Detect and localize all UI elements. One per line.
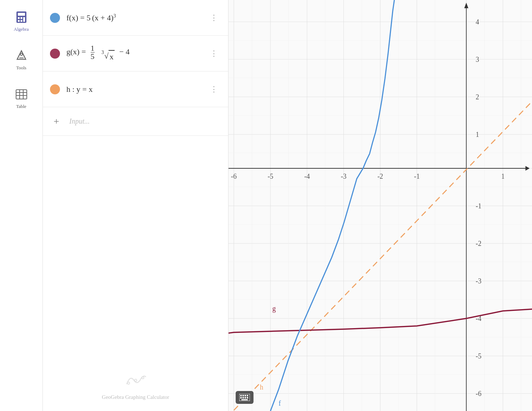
svg-text:-5: -5 <box>476 352 481 360</box>
svg-rect-5 <box>18 20 20 22</box>
svg-rect-84 <box>240 397 242 398</box>
svg-rect-2 <box>18 17 20 19</box>
formula-f[interactable]: f(x) = 5 (x + 4)3 <box>66 12 201 24</box>
expression-input-row[interactable]: + Input... <box>43 107 228 136</box>
color-dot-g[interactable] <box>50 49 60 59</box>
algebra-label: Algebra <box>14 26 29 32</box>
table-icon <box>14 87 29 101</box>
svg-rect-6 <box>20 20 22 22</box>
svg-text:1: 1 <box>501 172 505 180</box>
svg-rect-82 <box>245 395 246 396</box>
graph-canvas: /* generated below */ <box>229 0 532 411</box>
svg-point-18 <box>142 377 144 379</box>
graph-area[interactable]: /* generated below */ <box>229 0 532 411</box>
label-f: f <box>278 399 281 407</box>
svg-point-9 <box>20 53 22 55</box>
svg-rect-11 <box>16 90 27 99</box>
branding: GeoGebra Graphing Calculator <box>43 357 228 411</box>
svg-text:4: 4 <box>476 18 479 26</box>
sidebar-item-tools[interactable]: Tools <box>10 46 33 74</box>
svg-text:-3: -3 <box>476 277 481 285</box>
svg-rect-80 <box>240 395 242 396</box>
svg-rect-1 <box>18 13 25 16</box>
sidebar-item-table[interactable]: Table <box>10 84 33 112</box>
expression-row-h: h : y = x ⋮ <box>43 71 228 107</box>
sidebar: Algebra Tools Table <box>0 0 43 411</box>
color-dot-h[interactable] <box>50 84 60 94</box>
svg-rect-87 <box>247 397 248 398</box>
algebra-icon <box>14 10 29 24</box>
svg-rect-88 <box>241 399 248 400</box>
formula-g[interactable]: g(x) = 1 5 3√x − 4 <box>66 44 201 63</box>
svg-rect-3 <box>20 17 22 19</box>
svg-rect-86 <box>245 397 246 398</box>
svg-point-17 <box>135 379 137 381</box>
svg-rect-81 <box>242 395 244 396</box>
more-button-h[interactable]: ⋮ <box>207 83 221 95</box>
svg-text:-5: -5 <box>267 172 273 180</box>
svg-text:2: 2 <box>476 93 479 101</box>
svg-rect-85 <box>242 397 244 398</box>
svg-text:-4: -4 <box>304 172 310 180</box>
expression-row-f: f(x) = 5 (x + 4)3 ⋮ <box>43 0 228 36</box>
svg-text:-2: -2 <box>476 239 481 247</box>
svg-text:1: 1 <box>476 130 479 138</box>
expression-panel: f(x) = 5 (x + 4)3 ⋮ g(x) = 1 5 3√x − 4 ⋮ <box>43 0 229 411</box>
svg-text:-6: -6 <box>476 389 481 397</box>
expression-row-g: g(x) = 1 5 3√x − 4 ⋮ <box>43 36 228 71</box>
svg-text:-3: -3 <box>341 172 346 180</box>
svg-rect-7 <box>23 17 25 22</box>
tools-icon <box>14 49 29 63</box>
tools-label: Tools <box>16 65 26 71</box>
formula-h[interactable]: h : y = x <box>66 83 201 95</box>
more-button-g[interactable]: ⋮ <box>207 48 221 60</box>
add-expression-button[interactable]: + <box>50 115 63 128</box>
label-g: g <box>272 304 276 313</box>
svg-rect-83 <box>247 395 248 396</box>
svg-text:-1: -1 <box>414 172 420 180</box>
sidebar-item-algebra[interactable]: Algebra <box>10 7 33 35</box>
keyboard-button[interactable] <box>236 391 254 404</box>
svg-text:-1: -1 <box>476 202 481 210</box>
more-button-f[interactable]: ⋮ <box>207 12 221 24</box>
svg-point-16 <box>127 382 130 384</box>
table-label: Table <box>16 104 26 109</box>
color-dot-f[interactable] <box>50 13 60 23</box>
svg-text:3: 3 <box>476 55 479 63</box>
brand-name: GeoGebra Graphing Calculator <box>102 394 169 400</box>
geogebra-logo <box>125 371 146 391</box>
svg-text:-2: -2 <box>377 172 383 180</box>
svg-text:-6: -6 <box>231 172 237 180</box>
label-h: h <box>260 383 264 391</box>
input-placeholder[interactable]: Input... <box>69 117 90 125</box>
